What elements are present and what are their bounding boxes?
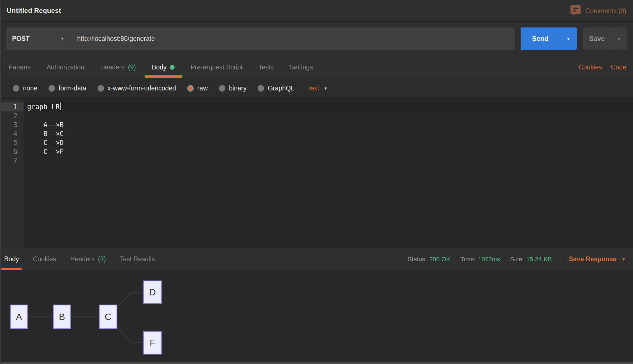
tab-body[interactable]: Body (152, 57, 175, 78)
save-button-group: Save ▼ (583, 27, 627, 50)
radio-icon (98, 85, 104, 92)
request-tab-bar-right: Cookies Code (579, 64, 633, 71)
chevron-down-icon: ▼ (324, 86, 328, 91)
line-code: B-->C (24, 129, 64, 138)
tab-settings[interactable]: Settings (290, 57, 313, 78)
title-bar: Untitled Request Comments (0) (0, 0, 633, 22)
cookies-link[interactable]: Cookies (579, 64, 602, 71)
response-header: Body Cookies Headers (3) Test Results St… (0, 248, 633, 270)
status-meta: Status: 200 OK (408, 256, 450, 263)
save-options-button[interactable]: ▼ (611, 27, 627, 50)
mermaid-graph: ABCDF (0, 270, 633, 362)
radio-icon (258, 85, 264, 92)
editor-line[interactable]: 6 C-->F (0, 147, 633, 156)
tab-headers[interactable]: Headers (9) (100, 57, 136, 78)
response-headers-count-badge: (3) (98, 255, 106, 263)
request-title: Untitled Request (7, 7, 61, 15)
time-value: 1072ms (478, 256, 500, 263)
line-code: C-->F (24, 147, 64, 156)
status-value: 200 OK (429, 256, 451, 263)
request-tabs: Params Authorization Headers (9) Body Pr… (0, 57, 313, 78)
chevron-down-icon: ▼ (622, 257, 626, 262)
url-input[interactable]: http://localhost:80/generate (71, 27, 515, 50)
size-meta: Size: 15.24 KB (510, 256, 552, 263)
line-code: A-->B (24, 120, 64, 129)
radio-binary[interactable]: binary (219, 85, 247, 92)
line-number: 5 (0, 138, 24, 147)
editor-line[interactable]: 4 B-->C (0, 129, 633, 138)
response-tab-test-results[interactable]: Test Results (120, 248, 155, 270)
tab-authorization[interactable]: Authorization (47, 57, 84, 78)
response-meta: Status: 200 OK Time: 1072ms Size: 15.24 … (398, 254, 633, 265)
radio-icon (219, 85, 225, 92)
line-number: 2 (0, 111, 24, 120)
response-body-panel[interactable]: ABCDF (0, 270, 633, 362)
request-row: POST ▼ http://localhost:80/generate Send… (0, 22, 633, 57)
graph-node-label-A: A (16, 312, 22, 322)
response-tabs: Body Cookies Headers (3) Test Results (0, 248, 155, 270)
line-number: 3 (0, 120, 24, 129)
method-label: POST (12, 35, 30, 43)
graph-edge-C-F (116, 325, 144, 343)
size-value: 15.24 KB (526, 256, 552, 263)
line-code: C-->D (24, 138, 64, 147)
send-button-group: Send ▼ (521, 27, 577, 50)
radio-graphql[interactable]: GraphQL (258, 85, 294, 92)
chevron-down-icon: ▼ (566, 36, 570, 41)
radio-raw[interactable]: raw (187, 85, 208, 92)
radio-icon (13, 85, 19, 92)
save-response-button[interactable]: Save Response ▼ (569, 255, 626, 263)
tab-tests[interactable]: Tests (258, 57, 274, 78)
graph-node-label-D: D (149, 287, 156, 297)
raw-format-value: Text (307, 85, 319, 92)
line-code: graph LR (24, 102, 60, 111)
comment-icon (570, 5, 581, 17)
line-number: 6 (0, 147, 24, 156)
app-window: Untitled Request Comments (0) POST ▼ htt… (0, 0, 633, 364)
divider (560, 254, 560, 265)
send-button[interactable]: Send (521, 27, 560, 50)
editor-line[interactable]: 1 graph LR (0, 102, 633, 111)
tab-params[interactable]: Params (8, 57, 31, 78)
radio-form-data[interactable]: form-data (48, 85, 86, 92)
graph-node-label-B: B (59, 312, 65, 322)
request-tab-bar: Params Authorization Headers (9) Body Pr… (0, 57, 633, 78)
url-bar: POST ▼ http://localhost:80/generate (6, 27, 515, 50)
editor-line[interactable]: 3 A-->B (0, 120, 633, 129)
raw-format-select[interactable]: Text ▼ (307, 85, 328, 92)
line-code (24, 156, 27, 165)
editor-line[interactable]: 2 (0, 111, 633, 120)
radio-icon (48, 85, 55, 92)
radio-selected-icon (187, 85, 194, 92)
save-button[interactable]: Save (583, 27, 611, 50)
line-code (24, 111, 27, 120)
tab-pre-request-script[interactable]: Pre-request Script (191, 57, 242, 78)
chevron-down-icon: ▼ (617, 36, 621, 41)
graph-node-label-F: F (150, 338, 155, 348)
horizontal-scrollbar[interactable] (0, 362, 633, 364)
window-edge (0, 0, 1, 364)
line-number: 4 (0, 129, 24, 138)
response-tab-headers[interactable]: Headers (3) (70, 248, 106, 270)
method-select[interactable]: POST ▼ (6, 27, 71, 50)
comments-label: Comments (0) (585, 7, 626, 15)
request-body-editor[interactable]: 1 graph LR 2 3 A-->B 4 B-->C 5 C-->D (0, 99, 633, 248)
radio-none[interactable]: none (13, 85, 37, 92)
editor-line[interactable]: 7 (0, 156, 633, 165)
chevron-down-icon: ▼ (60, 36, 64, 41)
body-type-row: none form-data x-www-form-urlencoded raw… (0, 78, 633, 99)
line-number: 7 (0, 156, 24, 165)
radio-x-www-form-urlencoded[interactable]: x-www-form-urlencoded (98, 85, 176, 92)
body-modified-dot (170, 65, 175, 70)
editor-lines: 1 graph LR 2 3 A-->B 4 B-->C 5 C-->D (0, 99, 633, 165)
response-tab-body[interactable]: Body (4, 248, 19, 270)
graph-node-label-C: C (105, 312, 112, 322)
text-cursor (60, 102, 61, 110)
comments-button[interactable]: Comments (0) (570, 0, 626, 22)
response-tab-cookies[interactable]: Cookies (33, 248, 56, 270)
graph-edge-C-D (116, 292, 144, 309)
code-link[interactable]: Code (611, 64, 626, 71)
headers-count-badge: (9) (128, 64, 136, 71)
send-options-button[interactable]: ▼ (560, 27, 577, 50)
editor-line[interactable]: 5 C-->D (0, 138, 633, 147)
